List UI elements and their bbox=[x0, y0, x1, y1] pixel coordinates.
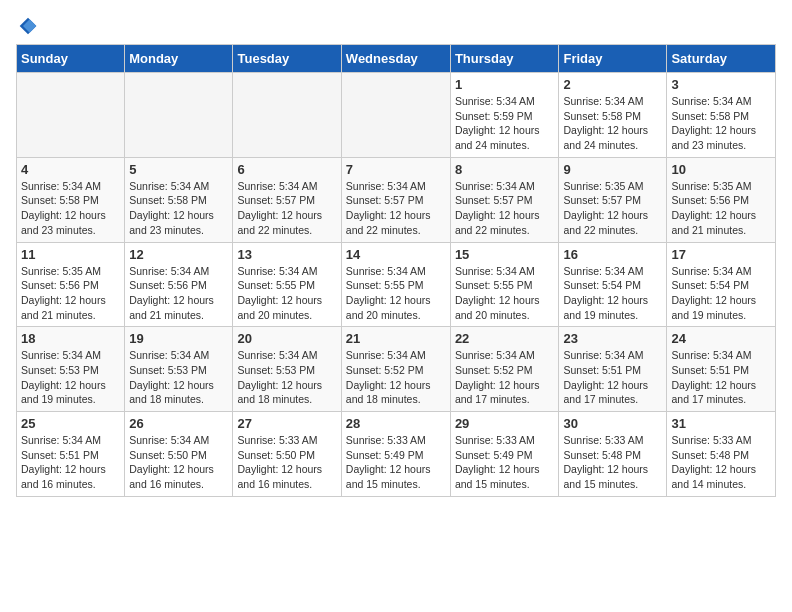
day-number: 27 bbox=[237, 416, 336, 431]
sunrise-text: Sunrise: 5:34 AM bbox=[21, 434, 101, 446]
day-number: 2 bbox=[563, 77, 662, 92]
sunrise-text: Sunrise: 5:34 AM bbox=[129, 180, 209, 192]
day-number: 24 bbox=[671, 331, 771, 346]
daylight-hours-text: Daylight: 12 hours bbox=[129, 463, 214, 475]
day-info: Sunrise: 5:34 AMSunset: 5:53 PMDaylight:… bbox=[129, 348, 228, 407]
sunrise-text: Sunrise: 5:34 AM bbox=[129, 349, 209, 361]
sunset-text: Sunset: 5:51 PM bbox=[21, 449, 99, 461]
calendar-week-2: 4Sunrise: 5:34 AMSunset: 5:58 PMDaylight… bbox=[17, 157, 776, 242]
calendar-cell-2: 2Sunrise: 5:34 AMSunset: 5:58 PMDaylight… bbox=[559, 73, 667, 158]
calendar-cell-19: 19Sunrise: 5:34 AMSunset: 5:53 PMDayligh… bbox=[125, 327, 233, 412]
sunrise-text: Sunrise: 5:34 AM bbox=[563, 265, 643, 277]
calendar-cell-12: 12Sunrise: 5:34 AMSunset: 5:56 PMDayligh… bbox=[125, 242, 233, 327]
sunset-text: Sunset: 5:59 PM bbox=[455, 110, 533, 122]
day-number: 14 bbox=[346, 247, 446, 262]
day-info: Sunrise: 5:34 AMSunset: 5:56 PMDaylight:… bbox=[129, 264, 228, 323]
calendar-cell-5: 5Sunrise: 5:34 AMSunset: 5:58 PMDaylight… bbox=[125, 157, 233, 242]
calendar-week-1: 1Sunrise: 5:34 AMSunset: 5:59 PMDaylight… bbox=[17, 73, 776, 158]
calendar-cell-14: 14Sunrise: 5:34 AMSunset: 5:55 PMDayligh… bbox=[341, 242, 450, 327]
day-number: 17 bbox=[671, 247, 771, 262]
daylight-hours-text: Daylight: 12 hours bbox=[129, 209, 214, 221]
sunrise-text: Sunrise: 5:33 AM bbox=[237, 434, 317, 446]
calendar-cell-11: 11Sunrise: 5:35 AMSunset: 5:56 PMDayligh… bbox=[17, 242, 125, 327]
daylight-minutes-text: and 21 minutes. bbox=[129, 309, 204, 321]
daylight-hours-text: Daylight: 12 hours bbox=[563, 209, 648, 221]
calendar-cell-10: 10Sunrise: 5:35 AMSunset: 5:56 PMDayligh… bbox=[667, 157, 776, 242]
daylight-hours-text: Daylight: 12 hours bbox=[21, 209, 106, 221]
day-number: 13 bbox=[237, 247, 336, 262]
day-info: Sunrise: 5:33 AMSunset: 5:48 PMDaylight:… bbox=[563, 433, 662, 492]
daylight-minutes-text: and 15 minutes. bbox=[563, 478, 638, 490]
day-number: 15 bbox=[455, 247, 555, 262]
day-number: 26 bbox=[129, 416, 228, 431]
daylight-minutes-text: and 16 minutes. bbox=[237, 478, 312, 490]
weekday-header-sunday: Sunday bbox=[17, 45, 125, 73]
day-info: Sunrise: 5:34 AMSunset: 5:58 PMDaylight:… bbox=[21, 179, 120, 238]
daylight-hours-text: Daylight: 12 hours bbox=[346, 294, 431, 306]
sunrise-text: Sunrise: 5:34 AM bbox=[237, 265, 317, 277]
sunset-text: Sunset: 5:56 PM bbox=[21, 279, 99, 291]
sunset-text: Sunset: 5:51 PM bbox=[563, 364, 641, 376]
day-number: 1 bbox=[455, 77, 555, 92]
daylight-minutes-text: and 22 minutes. bbox=[346, 224, 421, 236]
daylight-hours-text: Daylight: 12 hours bbox=[455, 124, 540, 136]
calendar-cell-7: 7Sunrise: 5:34 AMSunset: 5:57 PMDaylight… bbox=[341, 157, 450, 242]
daylight-minutes-text: and 17 minutes. bbox=[671, 393, 746, 405]
sunrise-text: Sunrise: 5:34 AM bbox=[21, 349, 101, 361]
daylight-minutes-text: and 19 minutes. bbox=[21, 393, 96, 405]
calendar-cell-4: 4Sunrise: 5:34 AMSunset: 5:58 PMDaylight… bbox=[17, 157, 125, 242]
day-number: 30 bbox=[563, 416, 662, 431]
daylight-hours-text: Daylight: 12 hours bbox=[563, 294, 648, 306]
daylight-minutes-text: and 21 minutes. bbox=[21, 309, 96, 321]
sunrise-text: Sunrise: 5:34 AM bbox=[237, 349, 317, 361]
day-info: Sunrise: 5:34 AMSunset: 5:53 PMDaylight:… bbox=[237, 348, 336, 407]
page-header bbox=[16, 16, 776, 36]
calendar-header-row: SundayMondayTuesdayWednesdayThursdayFrid… bbox=[17, 45, 776, 73]
sunset-text: Sunset: 5:58 PM bbox=[671, 110, 749, 122]
calendar-cell-3: 3Sunrise: 5:34 AMSunset: 5:58 PMDaylight… bbox=[667, 73, 776, 158]
sunrise-text: Sunrise: 5:34 AM bbox=[455, 265, 535, 277]
sunrise-text: Sunrise: 5:34 AM bbox=[129, 265, 209, 277]
sunset-text: Sunset: 5:48 PM bbox=[671, 449, 749, 461]
sunrise-text: Sunrise: 5:34 AM bbox=[563, 95, 643, 107]
calendar-week-5: 25Sunrise: 5:34 AMSunset: 5:51 PMDayligh… bbox=[17, 412, 776, 497]
sunset-text: Sunset: 5:57 PM bbox=[563, 194, 641, 206]
sunset-text: Sunset: 5:55 PM bbox=[346, 279, 424, 291]
daylight-minutes-text: and 19 minutes. bbox=[563, 309, 638, 321]
sunset-text: Sunset: 5:56 PM bbox=[671, 194, 749, 206]
sunrise-text: Sunrise: 5:34 AM bbox=[563, 349, 643, 361]
calendar-week-4: 18Sunrise: 5:34 AMSunset: 5:53 PMDayligh… bbox=[17, 327, 776, 412]
day-number: 16 bbox=[563, 247, 662, 262]
logo-icon bbox=[18, 16, 38, 36]
day-info: Sunrise: 5:34 AMSunset: 5:57 PMDaylight:… bbox=[237, 179, 336, 238]
sunset-text: Sunset: 5:57 PM bbox=[346, 194, 424, 206]
day-info: Sunrise: 5:34 AMSunset: 5:51 PMDaylight:… bbox=[671, 348, 771, 407]
calendar-cell-27: 27Sunrise: 5:33 AMSunset: 5:50 PMDayligh… bbox=[233, 412, 341, 497]
daylight-minutes-text: and 18 minutes. bbox=[346, 393, 421, 405]
daylight-hours-text: Daylight: 12 hours bbox=[346, 379, 431, 391]
day-info: Sunrise: 5:34 AMSunset: 5:50 PMDaylight:… bbox=[129, 433, 228, 492]
day-info: Sunrise: 5:34 AMSunset: 5:55 PMDaylight:… bbox=[237, 264, 336, 323]
sunrise-text: Sunrise: 5:34 AM bbox=[346, 349, 426, 361]
day-info: Sunrise: 5:34 AMSunset: 5:58 PMDaylight:… bbox=[671, 94, 771, 153]
calendar-cell-1: 1Sunrise: 5:34 AMSunset: 5:59 PMDaylight… bbox=[450, 73, 559, 158]
sunset-text: Sunset: 5:53 PM bbox=[129, 364, 207, 376]
day-number: 7 bbox=[346, 162, 446, 177]
day-info: Sunrise: 5:34 AMSunset: 5:53 PMDaylight:… bbox=[21, 348, 120, 407]
weekday-header-tuesday: Tuesday bbox=[233, 45, 341, 73]
calendar-cell-6: 6Sunrise: 5:34 AMSunset: 5:57 PMDaylight… bbox=[233, 157, 341, 242]
day-info: Sunrise: 5:34 AMSunset: 5:57 PMDaylight:… bbox=[455, 179, 555, 238]
calendar-cell-29: 29Sunrise: 5:33 AMSunset: 5:49 PMDayligh… bbox=[450, 412, 559, 497]
calendar-cell-20: 20Sunrise: 5:34 AMSunset: 5:53 PMDayligh… bbox=[233, 327, 341, 412]
day-info: Sunrise: 5:33 AMSunset: 5:49 PMDaylight:… bbox=[346, 433, 446, 492]
calendar-cell-28: 28Sunrise: 5:33 AMSunset: 5:49 PMDayligh… bbox=[341, 412, 450, 497]
sunrise-text: Sunrise: 5:34 AM bbox=[129, 434, 209, 446]
calendar-week-3: 11Sunrise: 5:35 AMSunset: 5:56 PMDayligh… bbox=[17, 242, 776, 327]
calendar-table: SundayMondayTuesdayWednesdayThursdayFrid… bbox=[16, 44, 776, 497]
day-number: 29 bbox=[455, 416, 555, 431]
day-info: Sunrise: 5:33 AMSunset: 5:50 PMDaylight:… bbox=[237, 433, 336, 492]
sunrise-text: Sunrise: 5:34 AM bbox=[455, 180, 535, 192]
calendar-cell-15: 15Sunrise: 5:34 AMSunset: 5:55 PMDayligh… bbox=[450, 242, 559, 327]
day-info: Sunrise: 5:34 AMSunset: 5:57 PMDaylight:… bbox=[346, 179, 446, 238]
daylight-minutes-text: and 21 minutes. bbox=[671, 224, 746, 236]
